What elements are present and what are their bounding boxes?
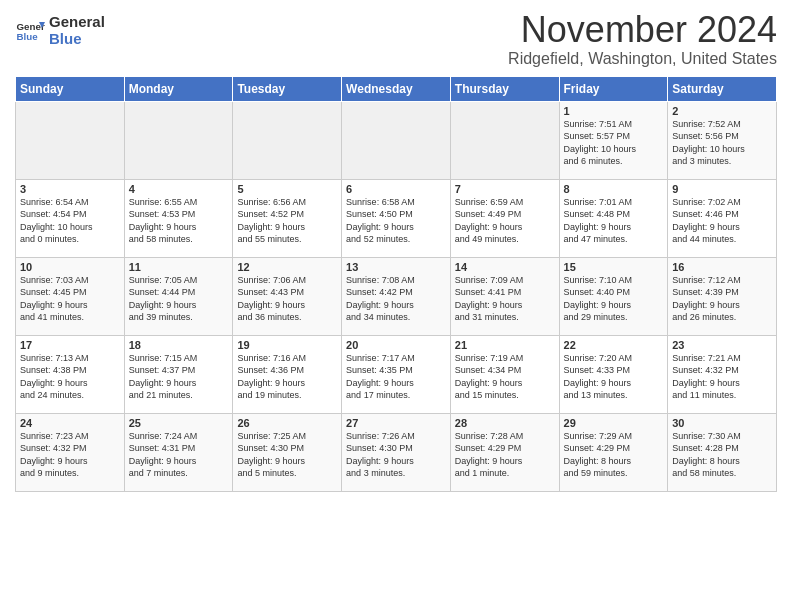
day-number: 27: [346, 417, 446, 429]
day-info: Sunrise: 7:29 AM Sunset: 4:29 PM Dayligh…: [564, 430, 664, 480]
calendar-cell: [16, 101, 125, 179]
day-number: 17: [20, 339, 120, 351]
calendar-cell: 26Sunrise: 7:25 AM Sunset: 4:30 PM Dayli…: [233, 413, 342, 491]
calendar-cell: 17Sunrise: 7:13 AM Sunset: 4:38 PM Dayli…: [16, 335, 125, 413]
calendar-cell: 5Sunrise: 6:56 AM Sunset: 4:52 PM Daylig…: [233, 179, 342, 257]
day-number: 26: [237, 417, 337, 429]
day-info: Sunrise: 7:10 AM Sunset: 4:40 PM Dayligh…: [564, 274, 664, 324]
calendar-cell: [342, 101, 451, 179]
day-info: Sunrise: 6:58 AM Sunset: 4:50 PM Dayligh…: [346, 196, 446, 246]
calendar-cell: 23Sunrise: 7:21 AM Sunset: 4:32 PM Dayli…: [668, 335, 777, 413]
day-number: 23: [672, 339, 772, 351]
day-number: 9: [672, 183, 772, 195]
calendar-cell: 6Sunrise: 6:58 AM Sunset: 4:50 PM Daylig…: [342, 179, 451, 257]
calendar-cell: 8Sunrise: 7:01 AM Sunset: 4:48 PM Daylig…: [559, 179, 668, 257]
day-number: 25: [129, 417, 229, 429]
title-area: November 2024 Ridgefield, Washington, Un…: [508, 10, 777, 68]
day-info: Sunrise: 6:54 AM Sunset: 4:54 PM Dayligh…: [20, 196, 120, 246]
day-number: 24: [20, 417, 120, 429]
day-number: 15: [564, 261, 664, 273]
day-number: 13: [346, 261, 446, 273]
day-info: Sunrise: 7:02 AM Sunset: 4:46 PM Dayligh…: [672, 196, 772, 246]
day-number: 3: [20, 183, 120, 195]
logo-blue: Blue: [49, 31, 105, 48]
day-info: Sunrise: 7:03 AM Sunset: 4:45 PM Dayligh…: [20, 274, 120, 324]
day-info: Sunrise: 7:08 AM Sunset: 4:42 PM Dayligh…: [346, 274, 446, 324]
calendar-cell: 30Sunrise: 7:30 AM Sunset: 4:28 PM Dayli…: [668, 413, 777, 491]
calendar-cell: 10Sunrise: 7:03 AM Sunset: 4:45 PM Dayli…: [16, 257, 125, 335]
calendar-cell: 28Sunrise: 7:28 AM Sunset: 4:29 PM Dayli…: [450, 413, 559, 491]
calendar-cell: 7Sunrise: 6:59 AM Sunset: 4:49 PM Daylig…: [450, 179, 559, 257]
calendar-table: SundayMondayTuesdayWednesdayThursdayFrid…: [15, 76, 777, 492]
day-number: 12: [237, 261, 337, 273]
day-number: 10: [20, 261, 120, 273]
logo-general: General: [49, 14, 105, 31]
svg-text:Blue: Blue: [17, 31, 39, 42]
day-info: Sunrise: 7:17 AM Sunset: 4:35 PM Dayligh…: [346, 352, 446, 402]
day-info: Sunrise: 7:52 AM Sunset: 5:56 PM Dayligh…: [672, 118, 772, 168]
day-number: 11: [129, 261, 229, 273]
calendar-cell: [124, 101, 233, 179]
calendar-cell: [233, 101, 342, 179]
calendar-cell: 1Sunrise: 7:51 AM Sunset: 5:57 PM Daylig…: [559, 101, 668, 179]
weekday-header-friday: Friday: [559, 76, 668, 101]
day-info: Sunrise: 6:59 AM Sunset: 4:49 PM Dayligh…: [455, 196, 555, 246]
calendar-week-row: 3Sunrise: 6:54 AM Sunset: 4:54 PM Daylig…: [16, 179, 777, 257]
logo: General Blue General Blue: [15, 14, 105, 47]
day-info: Sunrise: 7:15 AM Sunset: 4:37 PM Dayligh…: [129, 352, 229, 402]
day-number: 22: [564, 339, 664, 351]
calendar-cell: [450, 101, 559, 179]
calendar-week-row: 17Sunrise: 7:13 AM Sunset: 4:38 PM Dayli…: [16, 335, 777, 413]
weekday-header-saturday: Saturday: [668, 76, 777, 101]
calendar-cell: 16Sunrise: 7:12 AM Sunset: 4:39 PM Dayli…: [668, 257, 777, 335]
calendar-cell: 21Sunrise: 7:19 AM Sunset: 4:34 PM Dayli…: [450, 335, 559, 413]
weekday-header-tuesday: Tuesday: [233, 76, 342, 101]
calendar-cell: 13Sunrise: 7:08 AM Sunset: 4:42 PM Dayli…: [342, 257, 451, 335]
day-number: 4: [129, 183, 229, 195]
day-number: 18: [129, 339, 229, 351]
day-number: 5: [237, 183, 337, 195]
calendar-cell: 3Sunrise: 6:54 AM Sunset: 4:54 PM Daylig…: [16, 179, 125, 257]
calendar-cell: 15Sunrise: 7:10 AM Sunset: 4:40 PM Dayli…: [559, 257, 668, 335]
calendar-cell: 19Sunrise: 7:16 AM Sunset: 4:36 PM Dayli…: [233, 335, 342, 413]
calendar-week-row: 1Sunrise: 7:51 AM Sunset: 5:57 PM Daylig…: [16, 101, 777, 179]
calendar-cell: 20Sunrise: 7:17 AM Sunset: 4:35 PM Dayli…: [342, 335, 451, 413]
weekday-header-row: SundayMondayTuesdayWednesdayThursdayFrid…: [16, 76, 777, 101]
calendar-cell: 4Sunrise: 6:55 AM Sunset: 4:53 PM Daylig…: [124, 179, 233, 257]
day-number: 8: [564, 183, 664, 195]
day-info: Sunrise: 7:26 AM Sunset: 4:30 PM Dayligh…: [346, 430, 446, 480]
calendar-cell: 12Sunrise: 7:06 AM Sunset: 4:43 PM Dayli…: [233, 257, 342, 335]
logo-icon: General Blue: [15, 16, 45, 46]
day-info: Sunrise: 7:21 AM Sunset: 4:32 PM Dayligh…: [672, 352, 772, 402]
day-info: Sunrise: 7:25 AM Sunset: 4:30 PM Dayligh…: [237, 430, 337, 480]
weekday-header-monday: Monday: [124, 76, 233, 101]
day-info: Sunrise: 7:09 AM Sunset: 4:41 PM Dayligh…: [455, 274, 555, 324]
day-number: 29: [564, 417, 664, 429]
day-number: 1: [564, 105, 664, 117]
calendar-week-row: 10Sunrise: 7:03 AM Sunset: 4:45 PM Dayli…: [16, 257, 777, 335]
day-info: Sunrise: 7:20 AM Sunset: 4:33 PM Dayligh…: [564, 352, 664, 402]
day-number: 2: [672, 105, 772, 117]
day-info: Sunrise: 7:12 AM Sunset: 4:39 PM Dayligh…: [672, 274, 772, 324]
day-info: Sunrise: 6:56 AM Sunset: 4:52 PM Dayligh…: [237, 196, 337, 246]
month-title: November 2024: [508, 10, 777, 50]
calendar-cell: 25Sunrise: 7:24 AM Sunset: 4:31 PM Dayli…: [124, 413, 233, 491]
page-container: General Blue General Blue November 2024 …: [0, 0, 792, 497]
weekday-header-wednesday: Wednesday: [342, 76, 451, 101]
day-info: Sunrise: 6:55 AM Sunset: 4:53 PM Dayligh…: [129, 196, 229, 246]
day-info: Sunrise: 7:51 AM Sunset: 5:57 PM Dayligh…: [564, 118, 664, 168]
calendar-cell: 11Sunrise: 7:05 AM Sunset: 4:44 PM Dayli…: [124, 257, 233, 335]
day-number: 28: [455, 417, 555, 429]
calendar-cell: 22Sunrise: 7:20 AM Sunset: 4:33 PM Dayli…: [559, 335, 668, 413]
day-number: 20: [346, 339, 446, 351]
calendar-cell: 14Sunrise: 7:09 AM Sunset: 4:41 PM Dayli…: [450, 257, 559, 335]
calendar-cell: 27Sunrise: 7:26 AM Sunset: 4:30 PM Dayli…: [342, 413, 451, 491]
day-number: 19: [237, 339, 337, 351]
calendar-cell: 29Sunrise: 7:29 AM Sunset: 4:29 PM Dayli…: [559, 413, 668, 491]
day-number: 30: [672, 417, 772, 429]
day-info: Sunrise: 7:23 AM Sunset: 4:32 PM Dayligh…: [20, 430, 120, 480]
calendar-cell: 9Sunrise: 7:02 AM Sunset: 4:46 PM Daylig…: [668, 179, 777, 257]
header: General Blue General Blue November 2024 …: [15, 10, 777, 68]
day-number: 16: [672, 261, 772, 273]
day-info: Sunrise: 7:16 AM Sunset: 4:36 PM Dayligh…: [237, 352, 337, 402]
